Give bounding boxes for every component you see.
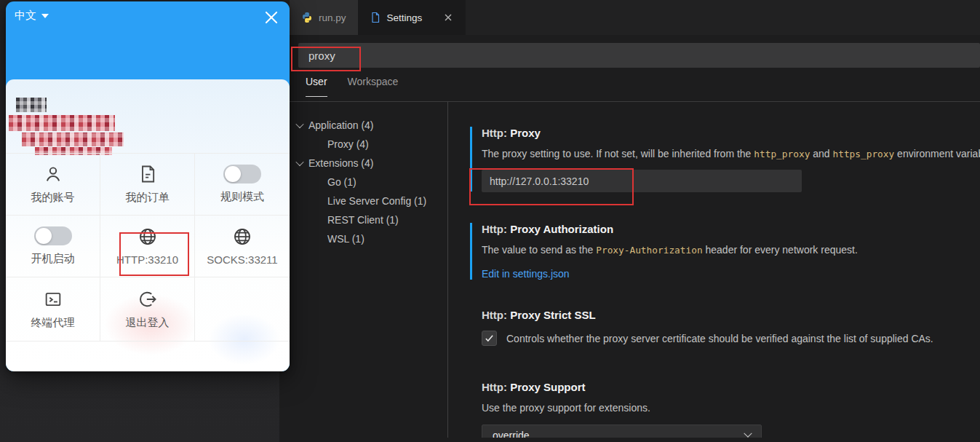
setting-description: Use the proxy support for extensions. [482, 401, 980, 415]
my-account-cell[interactable]: 我的账号 [6, 154, 100, 216]
chevron-down-icon [744, 430, 752, 438]
toc-item-rest-client[interactable]: REST Client (1) [290, 210, 447, 229]
chevron-down-icon [295, 120, 303, 128]
cell-label: 终端代理 [31, 316, 75, 330]
setting-category: Http: [482, 127, 510, 139]
start-on-boot-cell[interactable]: 开机启动 [6, 216, 100, 277]
setting-title: Http: Proxy [482, 126, 980, 141]
code-span: Proxy-Authorization [596, 245, 702, 256]
logout-cell[interactable]: 退出登入 [100, 277, 195, 342]
toc-item-live-server-config[interactable]: Live Server Config (1) [290, 192, 447, 210]
setting-category: Http: [482, 223, 510, 235]
logout-icon [138, 289, 158, 309]
toc-label: Go (1) [327, 176, 356, 188]
globe-icon [138, 226, 158, 247]
start-on-boot-toggle[interactable] [34, 226, 72, 245]
input-value: http://127.0.0.1:33210 [490, 175, 589, 187]
toggle-knob [36, 228, 52, 244]
toc-label: Proxy (4) [327, 138, 369, 150]
proxy-strict-ssl-checkbox[interactable] [482, 331, 497, 346]
desc-text: header for every network request. [703, 244, 858, 256]
rule-mode-toggle[interactable] [223, 165, 261, 183]
caret-down-icon [41, 14, 49, 18]
toc-label: Live Server Config (1) [327, 195, 426, 207]
redacted-account-info [22, 133, 124, 146]
cell-label: 规则模式 [220, 190, 264, 204]
vscode-window: run.pySettings proxy UserWorkspace Appli… [279, 0, 980, 442]
checkbox-row: Controls whether the proxy server certif… [482, 331, 980, 346]
python-icon [301, 12, 313, 23]
desc-text: and [810, 148, 832, 159]
cell-label: SOCKS:33211 [207, 253, 277, 266]
settings-scope-tabs: UserWorkspace [279, 76, 980, 102]
setting-proxy: Http: ProxyThe proxy setting to use. If … [470, 126, 980, 192]
toc-label: WSL (1) [327, 233, 364, 245]
desc-text: environment variables. [894, 148, 980, 159]
setting-title: Http: Proxy Strict SSL [482, 308, 980, 323]
cell-label: 退出登入 [126, 316, 170, 330]
settings-search-input[interactable]: proxy [298, 43, 980, 68]
setting-category: Http: [482, 381, 510, 393]
socks-port-cell[interactable]: SOCKS:33211 [195, 216, 290, 277]
settings-body: Application (4)Proxy (4)Extensions (4)Go… [279, 102, 980, 438]
cell-label: HTTP:33210 [116, 253, 178, 266]
editor-tab-bar: run.pySettings [279, 0, 980, 35]
globe-icon [232, 226, 252, 247]
setting-name: Proxy [510, 127, 541, 139]
proxy-app-header: 中文 [6, 1, 290, 79]
document-icon [138, 164, 158, 184]
cell-label: 我的订单 [126, 191, 170, 205]
settings-search-row: proxy [279, 43, 980, 68]
setting-proxy-strict-ssl: Http: Proxy Strict SSLControls whether t… [470, 308, 980, 346]
rule-mode-cell[interactable]: 规则模式 [195, 154, 290, 216]
toc-item-application[interactable]: Application (4) [290, 116, 447, 135]
code-span: http_proxy [754, 149, 810, 159]
desc-text: The value to send as the [482, 244, 596, 256]
edit-in-settings-json-link[interactable]: Edit in settings.json [482, 268, 570, 280]
user-icon [43, 164, 63, 184]
terminal-icon [43, 289, 63, 309]
scope-tab-workspace[interactable]: Workspace [348, 76, 399, 96]
proxy-input[interactable]: http://127.0.0.1:33210 [482, 170, 802, 192]
setting-name: Proxy Authorization [510, 223, 613, 235]
toc-item-extensions[interactable]: Extensions (4) [290, 154, 447, 173]
terminal-proxy-cell[interactable]: 终端代理 [6, 277, 100, 342]
settings-list: Http: ProxyThe proxy setting to use. If … [448, 102, 980, 438]
toc-item-proxy[interactable]: Proxy (4) [290, 135, 447, 154]
language-label: 中文 [15, 9, 36, 23]
close-icon[interactable] [265, 10, 278, 23]
setting-name: Proxy Support [510, 381, 585, 393]
proxy-app-window: 中文 我的账号我的订单规则模式开机启动HTTP:33210SOCKS:33211… [6, 1, 290, 371]
account-card: 我的账号我的订单规则模式开机启动HTTP:33210SOCKS:33211终端代… [6, 79, 290, 371]
redacted-username [16, 98, 47, 112]
toggle-knob [225, 166, 241, 182]
chevron-down-icon [295, 158, 303, 166]
setting-proxy-authorization: Http: Proxy AuthorizationThe value to se… [470, 222, 980, 280]
my-orders-cell[interactable]: 我的订单 [100, 154, 195, 216]
scope-tab-user[interactable]: User [306, 76, 327, 97]
settings-toc: Application (4)Proxy (4)Extensions (4)Go… [279, 102, 447, 438]
close-icon[interactable] [442, 12, 454, 23]
toc-item-wsl[interactable]: WSL (1) [290, 229, 447, 248]
search-query-text: proxy [308, 50, 335, 62]
toc-label: Application (4) [308, 119, 374, 131]
setting-description: Controls whether the proxy server certif… [506, 333, 933, 344]
empty-cell [195, 277, 290, 342]
desc-text: Use the proxy support for extensions. [482, 402, 650, 414]
code-span: https_proxy [832, 149, 894, 159]
setting-title: Http: Proxy Support [482, 380, 980, 395]
tab-settings[interactable]: Settings [358, 0, 466, 35]
tab-label: run.py [319, 12, 346, 23]
setting-description: The value to send as the Proxy-Authoriza… [482, 243, 980, 257]
cell-label: 我的账号 [31, 191, 75, 205]
tab-run-py[interactable]: run.py [290, 0, 358, 35]
http-port-cell[interactable]: HTTP:33210 [100, 216, 195, 277]
toc-label: Extensions (4) [308, 157, 373, 169]
toc-item-go[interactable]: Go (1) [290, 173, 447, 192]
redacted-account-info [9, 115, 115, 131]
language-selector[interactable]: 中文 [15, 9, 49, 23]
setting-category: Http: [482, 309, 510, 321]
setting-description: The proxy setting to use. If not set, wi… [482, 147, 980, 161]
proxy-support-select[interactable]: override [482, 425, 762, 438]
desc-text: The proxy setting to use. If not set, wi… [482, 148, 754, 159]
